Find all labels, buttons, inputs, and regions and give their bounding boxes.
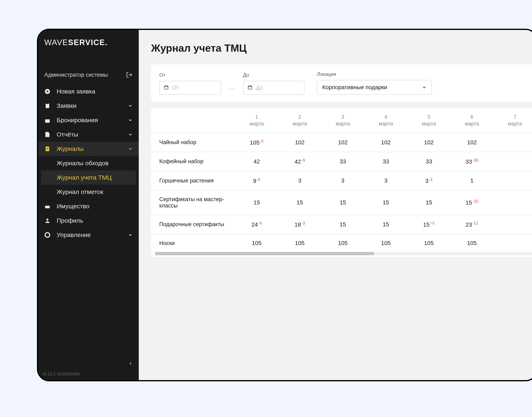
table-header-day: 5марта: [407, 108, 451, 133]
table-header-name: [151, 108, 235, 133]
date-to-field[interactable]: [256, 84, 300, 91]
scrollbar-thumb[interactable]: [155, 252, 374, 255]
table-cell: [493, 133, 532, 152]
table-header-day: 1марта: [235, 108, 278, 133]
chevron-down-icon: [128, 132, 133, 137]
table-cell: 15-15: [451, 190, 494, 215]
nav-list: Новая заявка Заявки Бронирования Отчёты: [38, 84, 139, 242]
table-cell: 3-2: [407, 171, 451, 190]
table-row: Носки105105105105105105: [151, 234, 532, 252]
app-shell: WAVESERVICE. Администратор системы Новая…: [38, 30, 532, 380]
plus-circle-icon: [44, 88, 51, 94]
user-label: Администратор системы: [44, 72, 108, 78]
row-name: Подарочные сертифакты: [151, 215, 235, 234]
nav-label: Журналы: [57, 145, 84, 152]
date-to-input[interactable]: [243, 81, 304, 95]
nav-journals-marks[interactable]: Журнал отметок: [38, 185, 139, 199]
nav-reports[interactable]: Отчёты: [38, 127, 139, 142]
table-cell: 23-11: [451, 215, 494, 234]
logo-dot: .: [105, 38, 108, 47]
table-head: 1марта2марта3марта4марта5марта6марта7мар…: [151, 108, 532, 133]
filter-location-label: Локация: [317, 71, 432, 77]
table-row: Горшечные растения9-63333-21: [151, 171, 532, 190]
gear-icon: [44, 232, 51, 238]
nav-new-request[interactable]: Новая заявка: [38, 84, 139, 99]
location-value: Корпоративные подарки: [322, 84, 387, 91]
row-name: Сертификаты на мастер-классы: [151, 190, 235, 215]
horizontal-scrollbar[interactable]: [151, 253, 532, 257]
clipboard-icon: [44, 103, 51, 109]
chevron-down-icon: [128, 118, 133, 122]
table-cell: [493, 215, 532, 234]
table-cell: 33: [321, 152, 364, 171]
date-range-separator: —: [229, 85, 235, 95]
table-cell: 15: [278, 190, 321, 215]
table-row: Кофейный набор4242-933333333-33: [151, 152, 532, 171]
chevron-down-icon: [128, 233, 133, 237]
table-cell: 15+8: [407, 215, 451, 234]
date-from-input[interactable]: [159, 81, 221, 95]
nav-management[interactable]: Управление: [38, 228, 139, 242]
table-cell: 18-3: [278, 215, 321, 234]
nav-label: Управление: [57, 231, 91, 239]
table-cell: 105-2: [235, 133, 278, 152]
svg-point-9: [47, 234, 48, 236]
table-wrap: 1марта2марта3марта4марта5марта6марта7мар…: [151, 108, 532, 257]
table-cell: 33-33: [451, 152, 494, 171]
svg-rect-11: [164, 86, 168, 89]
table-header-day: 6марта: [451, 108, 494, 133]
filter-from-label: От: [159, 72, 221, 78]
table-cell: 102: [451, 133, 494, 152]
calendar-icon: [164, 85, 169, 91]
svg-rect-2: [46, 103, 48, 104]
table-cell: 105: [235, 234, 278, 252]
box-icon: [44, 203, 51, 209]
filter-from-group: От: [159, 72, 221, 95]
page-title: Журнал учета ТМЦ: [151, 42, 532, 54]
table-cell: 3: [321, 171, 364, 190]
table-cell: 105: [364, 234, 407, 252]
version-label: v6.22.1 b220905369: [38, 370, 139, 380]
device-frame: WAVESERVICE. Администратор системы Новая…: [37, 29, 532, 381]
svg-rect-4: [45, 118, 50, 119]
table-cell: 102: [321, 133, 364, 152]
logout-icon[interactable]: [126, 72, 133, 78]
table-header-day: 2марта: [278, 108, 321, 133]
nav-journals-tmc[interactable]: Журнал учета ТМЦ: [41, 170, 136, 185]
table-cell: 1: [451, 171, 494, 190]
table-cell: 15: [321, 190, 364, 215]
table-cell: [493, 152, 532, 171]
logo: WAVESERVICE.: [38, 30, 139, 51]
date-from-field[interactable]: [172, 84, 216, 91]
nav-bookings[interactable]: Бронирования: [38, 113, 139, 127]
nav-requests[interactable]: Заявки: [38, 99, 139, 113]
svg-rect-7: [45, 205, 50, 206]
location-select[interactable]: Корпоративные подарки: [317, 80, 432, 95]
table-header-day: 3марта: [321, 108, 364, 133]
nav-label: Отчёты: [57, 131, 78, 138]
table-row: Подарочные сертифакты24-618-3151515+823-…: [151, 215, 532, 234]
nav-property[interactable]: Имущество: [38, 199, 139, 213]
filter-to-label: До: [243, 72, 304, 78]
table-header-day: 4марта: [364, 108, 407, 133]
nav-label: Новая заявка: [57, 88, 95, 95]
table-cell: 15: [364, 190, 407, 215]
nav-journals-rounds[interactable]: Журналы обходов: [38, 156, 139, 170]
table-cell: [493, 190, 532, 215]
table-cell: [493, 234, 532, 252]
table-cell: 102: [278, 133, 321, 152]
user-row: Администратор системы: [38, 51, 139, 84]
nav-label: Бронирования: [57, 117, 98, 124]
table-cell: 9-6: [235, 171, 278, 190]
person-icon: [44, 218, 51, 224]
collapse-sidebar-icon[interactable]: [129, 361, 133, 365]
table-header-row: 1марта2марта3марта4марта5марта6марта7мар…: [151, 108, 532, 133]
table-cell: 15: [364, 215, 407, 234]
table-cell: 42-9: [278, 152, 321, 171]
nav-profile[interactable]: Профиль: [38, 213, 139, 228]
table-body: Чайный набор105-2102102102102102Кофейный…: [151, 133, 532, 252]
row-name: Горшечные растения: [151, 171, 235, 190]
table-cell: 24-6: [235, 215, 278, 234]
svg-rect-1: [45, 104, 49, 108]
nav-journals[interactable]: Журналы: [38, 142, 139, 156]
